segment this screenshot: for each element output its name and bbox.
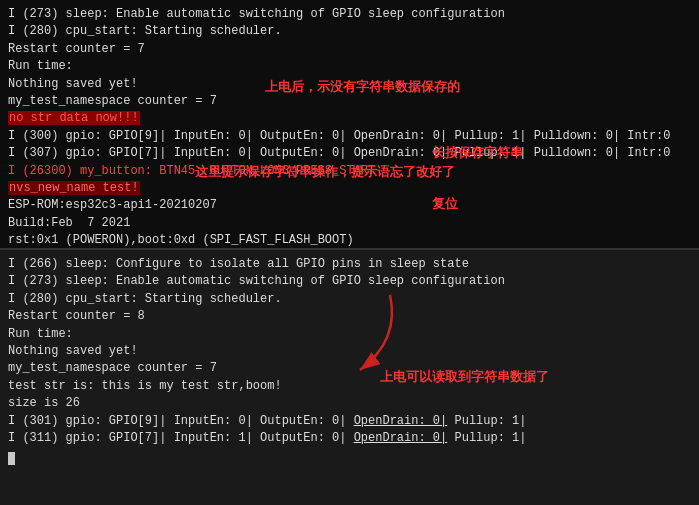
bot-line-5: Run time: — [8, 326, 691, 343]
top-line-11: nvs_new_name test! — [8, 180, 691, 197]
bot-line-7: my_test_namespace counter = 7 — [8, 360, 691, 377]
top-line-12: ESP-ROM:esp32c3-api1-20210207 — [8, 197, 691, 214]
top-line-3: Restart counter = 7 — [8, 41, 691, 58]
bot-line-1: I (266) sleep: Configure to isolate all … — [8, 256, 691, 273]
top-line-14: rst:0x1 (POWERON),boot:0xd (SPI_FAST_FLA… — [8, 232, 691, 248]
bot-line-9: size is 26 — [8, 395, 691, 412]
terminal-top: I (273) sleep: Enable automatic switchin… — [0, 0, 699, 248]
top-line-5: Nothing saved yet! — [8, 76, 691, 93]
top-line-4: Run time: — [8, 58, 691, 75]
bot-line-8: test str is: this is my test str,boom! — [8, 378, 691, 395]
open-drain-label-1: OpenDrain: 0| — [354, 414, 448, 428]
top-line-2: I (280) cpu_start: Starting scheduler. — [8, 23, 691, 40]
top-line-10: I (26300) my_button: BTN45: BUTTON_LONG_… — [8, 163, 691, 180]
cursor-block — [8, 452, 15, 465]
top-line-13: Build:Feb 7 2021 — [8, 215, 691, 232]
bot-line-6: Nothing saved yet! — [8, 343, 691, 360]
nvs-test-label: nvs_new_name test! — [8, 181, 140, 195]
top-line-6: my_test_namespace counter = 7 — [8, 93, 691, 110]
no-str-data-label: no str data now!!! — [8, 111, 140, 125]
bot-line-3: I (280) cpu_start: Starting scheduler. — [8, 291, 691, 308]
top-line-1: I (273) sleep: Enable automatic switchin… — [8, 6, 691, 23]
bot-line-4: Restart counter = 8 — [8, 308, 691, 325]
bot-line-2: I (273) sleep: Enable automatic switchin… — [8, 273, 691, 290]
bot-cursor-line — [8, 447, 691, 464]
bot-line-11: I (311) gpio: GPIO[7]| InputEn: 1| Outpu… — [8, 430, 691, 447]
terminal-bottom: I (266) sleep: Configure to isolate all … — [0, 248, 699, 505]
open-drain-label-2: OpenDrain: 0| — [354, 431, 448, 445]
top-line-8: I (300) gpio: GPIO[9]| InputEn: 0| Outpu… — [8, 128, 691, 145]
bot-line-10: I (301) gpio: GPIO[9]| InputEn: 0| Outpu… — [8, 413, 691, 430]
top-line-9: I (307) gpio: GPIO[7]| InputEn: 0| Outpu… — [8, 145, 691, 162]
top-line-7: no str data now!!! — [8, 110, 691, 127]
